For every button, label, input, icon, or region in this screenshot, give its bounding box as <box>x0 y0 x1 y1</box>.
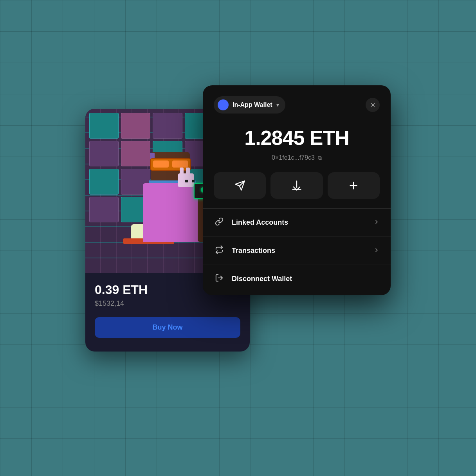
add-button[interactable] <box>328 172 380 199</box>
bunny-eye-left <box>185 180 188 182</box>
menu-section: Linked Accounts Transacti <box>203 208 391 295</box>
disconnect-wallet-item[interactable]: Disconnect Wallet <box>203 265 391 295</box>
send-icon <box>234 180 245 191</box>
transactions-chevron-icon <box>373 247 380 255</box>
receive-icon <box>291 180 302 191</box>
wall-panel <box>89 141 119 167</box>
nft-usd-price: $1532,14 <box>95 299 240 308</box>
transactions-icon <box>214 245 225 256</box>
link-icon <box>214 217 225 228</box>
close-button[interactable]: ✕ <box>366 98 380 112</box>
balance-amount: 1.2845 ETH <box>214 126 380 150</box>
bunny-eyes <box>185 180 195 182</box>
action-buttons <box>203 172 391 208</box>
copy-icon[interactable]: ⧉ <box>318 155 322 161</box>
bunny-eye-right <box>192 180 195 182</box>
wall-panel <box>89 113 119 139</box>
wallet-selector[interactable]: In-App Wallet ▾ <box>214 96 285 114</box>
linked-accounts-chevron-icon <box>373 219 380 227</box>
linked-accounts-item[interactable]: Linked Accounts <box>203 209 391 237</box>
disconnect-icon <box>214 274 225 284</box>
linked-accounts-label: Linked Accounts <box>232 218 366 227</box>
wallet-name-label: In-App Wallet <box>233 101 272 108</box>
wallet-address: 0×1fe1c...f79c3 ⧉ <box>272 154 322 161</box>
balance-section: 1.2845 ETH 0×1fe1c...f79c3 ⧉ <box>203 114 391 172</box>
wall-panel <box>89 197 119 223</box>
add-icon <box>348 180 359 191</box>
send-button[interactable] <box>214 172 266 199</box>
wallet-modal: In-App Wallet ▾ ✕ 1.2845 ETH 0×1fe1c...f… <box>203 85 391 295</box>
chevron-down-icon: ▾ <box>276 102 279 108</box>
transactions-item[interactable]: Transactions <box>203 237 391 265</box>
scene: 0.39 ETH $1532,14 Buy Now In-App Wallet … <box>85 85 391 391</box>
modal-header: In-App Wallet ▾ ✕ <box>203 85 391 114</box>
receive-button[interactable] <box>270 172 323 199</box>
wallet-address-text: 0×1fe1c...f79c3 <box>272 154 315 161</box>
disconnect-wallet-label: Disconnect Wallet <box>232 275 380 283</box>
wallet-dot-icon <box>218 99 229 110</box>
character-body <box>143 183 202 242</box>
wall-panel <box>89 169 119 195</box>
bunny-body <box>178 173 194 187</box>
transactions-label: Transactions <box>232 247 366 255</box>
buy-now-button[interactable]: Buy Now <box>95 317 240 338</box>
